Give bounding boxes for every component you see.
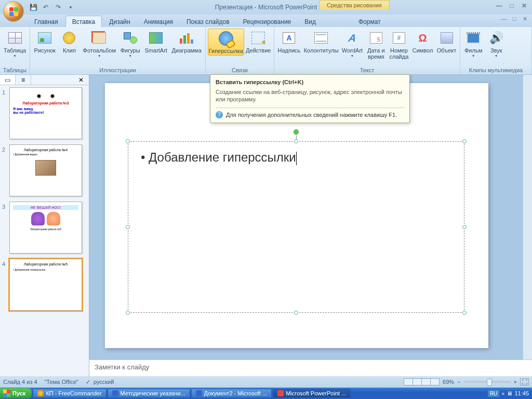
object-icon bbox=[441, 32, 453, 44]
sound-button[interactable]: 🔊Звук▼ bbox=[485, 29, 507, 59]
tab-insert[interactable]: Вставка bbox=[65, 16, 102, 27]
content-placeholder[interactable]: Добавление гиперссылки bbox=[128, 141, 464, 313]
shapes-button[interactable]: Фигуры▼ bbox=[118, 29, 142, 59]
zoom-slider[interactable] bbox=[464, 381, 511, 383]
picture-button[interactable]: Рисунок bbox=[32, 29, 57, 55]
zoom-in-icon[interactable]: + bbox=[514, 379, 517, 385]
thumbnail-2[interactable]: Лабораторная работа №4 • Добавление виде… bbox=[9, 144, 82, 196]
contextual-tab-label: Средства рисования bbox=[319, 0, 390, 10]
minimize-icon[interactable]: — bbox=[495, 2, 504, 10]
tab-review[interactable]: Рецензирование bbox=[237, 16, 298, 27]
symbol-button[interactable]: ΩСимвол bbox=[411, 29, 434, 55]
vertical-scrollbar[interactable] bbox=[523, 75, 532, 360]
resize-handle[interactable] bbox=[294, 311, 298, 315]
tab-animation[interactable]: Анимация bbox=[138, 16, 179, 27]
slidenum-icon: # bbox=[393, 32, 405, 44]
tab-design[interactable]: Дизайн bbox=[103, 16, 136, 27]
rotate-handle[interactable] bbox=[294, 129, 299, 135]
resize-handle[interactable] bbox=[462, 139, 467, 143]
tooltip-body: Создание ссылки на веб-страницу, рисунок… bbox=[216, 88, 404, 103]
hyperlink-icon bbox=[219, 31, 233, 46]
doc-minimize-icon[interactable]: — bbox=[500, 16, 508, 23]
datetime-button[interactable]: Дата и время bbox=[365, 29, 387, 61]
doc-restore-icon[interactable]: □ bbox=[510, 16, 518, 23]
wordart-button[interactable]: AWordArt▼ bbox=[340, 29, 364, 59]
clock[interactable]: 11:45 bbox=[514, 390, 529, 396]
redo-icon[interactable]: ↷ bbox=[53, 2, 63, 12]
bullet-text[interactable]: Добавление гиперссылки bbox=[128, 142, 464, 174]
taskbar: Пуск КП - FreeCommander Методические ука… bbox=[0, 388, 532, 399]
tab-format[interactable]: Формат bbox=[352, 16, 387, 27]
resize-handle[interactable] bbox=[126, 311, 130, 315]
save-icon[interactable]: 💾 bbox=[28, 2, 38, 12]
thumbnails[interactable]: 1 Лабораторная работа №3 Я вас вижу, вы … bbox=[0, 85, 89, 376]
object-button[interactable]: Объект bbox=[435, 29, 458, 55]
album-icon bbox=[92, 32, 106, 44]
view-buttons[interactable] bbox=[404, 378, 440, 385]
slidenum-button[interactable]: #Номер слайда bbox=[388, 29, 410, 61]
taskbar-item[interactable]: Методические указани... bbox=[108, 389, 190, 398]
hyperlink-button[interactable]: Гиперссылка bbox=[208, 29, 244, 56]
group-tables: Таблицы bbox=[0, 66, 30, 74]
qat-dropdown-icon[interactable]: ▼ bbox=[65, 2, 76, 12]
spellcheck-icon[interactable]: ✓ bbox=[86, 379, 90, 385]
taskbar-item[interactable]: Документ2 - Microsoft ... bbox=[191, 389, 272, 398]
table-icon bbox=[8, 32, 22, 44]
word-icon bbox=[112, 390, 118, 396]
start-button[interactable]: Пуск bbox=[0, 388, 32, 398]
resize-handle[interactable] bbox=[462, 225, 467, 229]
close-icon[interactable]: ✕ bbox=[520, 2, 529, 10]
outline-tab-icon[interactable]: ≡ bbox=[16, 75, 31, 85]
fit-icon[interactable]: ⛶ bbox=[520, 378, 529, 385]
chart-button[interactable]: Диаграмма bbox=[170, 29, 203, 55]
word-icon bbox=[196, 390, 202, 396]
zoom-value[interactable]: 69% bbox=[443, 379, 454, 385]
textbox-button[interactable]: AНадпись bbox=[276, 29, 302, 55]
panel-close-icon[interactable]: ✕ bbox=[73, 75, 89, 85]
zoom-out-icon[interactable]: − bbox=[457, 379, 460, 385]
slides-tab-icon[interactable]: ▭ bbox=[0, 75, 16, 85]
thumbnail-1[interactable]: Лабораторная работа №3 Я вас вижу, вы не… bbox=[9, 87, 82, 139]
smartart-button[interactable]: SmartArt bbox=[143, 29, 169, 55]
tab-home[interactable]: Главная bbox=[28, 16, 64, 27]
textbox-icon: A bbox=[283, 32, 295, 44]
headerfooter-button[interactable]: Колонтитулы bbox=[303, 29, 339, 55]
resize-handle[interactable] bbox=[462, 311, 467, 315]
resize-handle[interactable] bbox=[294, 139, 298, 143]
taskbar-item[interactable]: Microsoft PowerPoint ... bbox=[273, 389, 351, 398]
restore-icon[interactable]: □ bbox=[507, 2, 516, 10]
status-bar: Слайд 4 из 4 "Тема Office" ✓ русский 69%… bbox=[0, 376, 532, 388]
language-indicator[interactable]: RU bbox=[488, 390, 499, 397]
tray-expand-icon[interactable]: « bbox=[501, 390, 504, 396]
smartart-icon bbox=[149, 32, 163, 44]
movie-icon bbox=[467, 32, 480, 44]
action-button[interactable]: Действие bbox=[245, 29, 272, 55]
status-language[interactable]: русский bbox=[94, 379, 114, 385]
clip-icon bbox=[63, 32, 75, 44]
taskbar-item[interactable]: КП - FreeCommander bbox=[33, 389, 106, 398]
undo-icon[interactable]: ↶ bbox=[41, 2, 51, 12]
movie-button[interactable]: Фильм▼ bbox=[462, 29, 484, 59]
window-title: Презентация - Microsoft PowerPoint bbox=[0, 4, 532, 11]
clip-button[interactable]: Клип bbox=[58, 29, 80, 55]
office-button[interactable] bbox=[3, 1, 24, 22]
system-tray: RU « 🖥 11:45 bbox=[488, 390, 532, 397]
slide-panel: ▭ ≡ ✕ 1 Лабораторная работа №3 Я вас виж… bbox=[0, 75, 89, 376]
resize-handle[interactable] bbox=[126, 139, 130, 143]
album-button[interactable]: Фотоальбом▼ bbox=[81, 29, 117, 59]
tray-icon[interactable]: 🖥 bbox=[507, 390, 512, 396]
tab-slideshow[interactable]: Показ слайдов bbox=[180, 16, 236, 27]
quick-access-toolbar: 💾 ↶ ↷ ▼ bbox=[28, 2, 76, 12]
notes-pane[interactable]: Заметки к слайду bbox=[89, 360, 532, 376]
thumbnail-4[interactable]: Лабораторная работа №5 • Добавление гипе… bbox=[9, 259, 82, 311]
chart-icon bbox=[180, 32, 193, 44]
ribbon-tabs: Главная Вставка Дизайн Анимация Показ сл… bbox=[0, 15, 532, 27]
picture-icon bbox=[38, 32, 51, 44]
thumbnail-3[interactable]: НЕ ВЕШАЙ НОС! Лабораторная работа №5 bbox=[9, 202, 82, 254]
tab-view[interactable]: Вид bbox=[298, 16, 322, 27]
status-theme: "Тема Office" bbox=[45, 379, 78, 385]
doc-close-icon[interactable]: ✕ bbox=[521, 16, 529, 23]
hyperlink-tooltip: Вставить гиперссылку (Ctrl+K) Создание с… bbox=[210, 74, 410, 123]
resize-handle[interactable] bbox=[126, 225, 130, 229]
table-button[interactable]: Таблица▼ bbox=[2, 29, 28, 59]
